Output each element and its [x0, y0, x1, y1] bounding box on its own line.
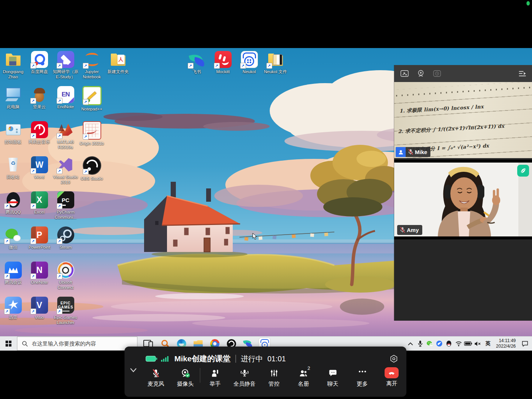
desktop-icon-label: 迅雷: [0, 315, 26, 320]
desktop-icon-steam[interactable]: Steam: [52, 226, 79, 250]
tray-volume-muted-icon[interactable]: [474, 337, 482, 351]
mute-all-icon: [240, 367, 249, 379]
desktop-icon-origin[interactable]: Origin 2021b: [79, 121, 105, 146]
webcam-icon[interactable]: [416, 69, 425, 78]
shortcut-arrow-icon: [30, 63, 36, 69]
desktop-icon-cnki[interactable]: 知网研学（原E-Study）: [52, 51, 79, 80]
desktop-icon-vstudio[interactable]: Visual Studio 2019: [52, 156, 79, 185]
mute-all-button[interactable]: 全员静音: [230, 367, 259, 388]
desktop-icon-cpanel[interactable]: 控制面板: [0, 121, 26, 144]
roster-button[interactable]: 2名册: [289, 367, 318, 388]
nutstore-icon: [31, 86, 48, 103]
thunder-icon: [5, 297, 22, 314]
qq-icon: [5, 191, 22, 208]
desktop-icon-epic[interactable]: EPIC GAMESEpic Games Launcher: [52, 297, 79, 325]
desktop-icon-tmeeting[interactable]: 腾讯会议: [0, 262, 26, 285]
origin-icon: [83, 121, 101, 140]
desktop-icon-netease[interactable]: 网易云音乐: [26, 121, 52, 144]
control-button-label: 更多: [357, 381, 368, 388]
participant-name-chip: Amy: [397, 225, 422, 235]
chat-button[interactable]: 聊天: [318, 367, 348, 388]
desktop-icon-qq[interactable]: 腾讯QQ: [0, 191, 26, 215]
action-center-icon[interactable]: [521, 337, 529, 351]
desktop-icon-label: Visio: [26, 315, 52, 320]
mic-button[interactable]: 麦克风: [141, 367, 171, 388]
taskbar-clock[interactable]: 14:11:49 2022/4/26: [494, 338, 519, 349]
shortcut-arrow-icon: [30, 273, 36, 279]
desktop-icon-thispc[interactable]: 此电脑: [0, 86, 26, 109]
shortcut-arrow-icon: [30, 203, 36, 209]
tray-qq-icon[interactable]: [445, 337, 453, 351]
desktop-icon-neukolfiles[interactable]: Neukol 文件: [262, 51, 289, 74]
steam-icon: [57, 226, 74, 243]
desktop-icon-pycharm[interactable]: PCPyCharm Communi...: [52, 191, 79, 220]
desktop-icon-matlab[interactable]: MATLAB R2019a: [52, 121, 79, 150]
desktop-icon-ppt[interactable]: PPowerPoint: [26, 226, 52, 250]
collapse-bar-icon[interactable]: [129, 368, 137, 374]
desktop-icon-label: OBS Studio: [79, 176, 105, 181]
desktop-icon-label: 控制面板: [0, 139, 26, 144]
ubisoft-icon: [57, 262, 74, 279]
shortcut-arrow-icon: [30, 133, 36, 139]
more-button[interactable]: 更多: [348, 367, 377, 388]
desktop-icon-userfolder[interactable]: Dongqiang Zhao: [0, 51, 26, 80]
panel-empty-area: [394, 239, 532, 321]
desktop-icon-excel[interactable]: XExcel: [26, 191, 52, 215]
chat-icon: [328, 367, 338, 379]
visio-icon: V: [31, 297, 48, 314]
tray-battery-icon[interactable]: [464, 337, 473, 351]
desktop-icon-baidu[interactable]: 百度网盘: [26, 51, 52, 74]
tray-wifi-icon[interactable]: [454, 337, 463, 351]
desktop-icon-mockitt[interactable]: Mockitt: [210, 51, 236, 74]
tray-microphone-icon[interactable]: [416, 337, 424, 351]
control-button-label: 全员静音: [233, 381, 256, 388]
desktop-icon-thunder[interactable]: 迅雷: [0, 297, 26, 320]
desktop-icon-label: 网易云音乐: [26, 139, 52, 144]
leave-button[interactable]: 离开: [377, 367, 406, 387]
icon-glyph: X: [37, 195, 42, 205]
onenote-icon: N: [31, 262, 48, 279]
desktop-icon-visio[interactable]: VVisio: [26, 297, 52, 320]
desktop-icon-label: Word: [26, 174, 52, 180]
desktop-icon-feishu[interactable]: 飞书: [184, 51, 210, 74]
camera-button[interactable]: 摄像头: [171, 367, 200, 388]
desktop-icon-jupyter[interactable]: Jupyter Notebook: [79, 51, 105, 80]
raise-hand-button[interactable]: 举手: [200, 367, 230, 388]
obs-icon: [83, 156, 101, 175]
desktop-icon-pdffolder[interactable]: 人新建文件夹: [105, 51, 131, 74]
userfolder-icon: [5, 51, 22, 68]
settings-gear-icon[interactable]: [389, 354, 398, 365]
desktop-icon-onenote[interactable]: NOneNote: [26, 262, 52, 285]
class-title: Mike创建的课堂: [174, 354, 231, 364]
manage-button[interactable]: 管控: [259, 367, 289, 388]
netease-icon: [31, 121, 48, 138]
taskbar-search-input[interactable]: 在这里输入你要搜索的内容: [17, 337, 137, 351]
shortcut-arrow-icon: [57, 238, 62, 244]
tray-thunder-icon[interactable]: [435, 337, 444, 351]
collapse-panel-icon[interactable]: [518, 69, 527, 78]
thispc-icon: [5, 86, 22, 103]
desktop-icon-endnote[interactable]: ENEndNote: [52, 86, 79, 109]
tray-expand-icon[interactable]: [406, 337, 415, 351]
desktop-icon-recycle[interactable]: 回收站: [0, 156, 26, 180]
desktop-icon-label: 腾讯QQ: [0, 209, 26, 215]
timer-icon: [433, 69, 441, 78]
shortcut-arrow-icon: [57, 168, 62, 174]
desktop-icon-word[interactable]: WWord: [26, 156, 52, 180]
presenter-name-chip: Mike: [396, 147, 430, 157]
desktop-icon-neukol[interactable]: Neukol: [236, 51, 262, 74]
tray-wechat-icon[interactable]: [426, 337, 434, 351]
ime-indicator[interactable]: 英: [483, 340, 493, 347]
start-button[interactable]: [0, 337, 17, 351]
desktop-icon-ubisoft[interactable]: Ubisoft Connect: [52, 262, 79, 290]
share-screen-icon[interactable]: [400, 69, 409, 78]
desktop-icon-nutstore[interactable]: 坚果云: [26, 86, 52, 109]
tmeeting-icon: [5, 262, 22, 279]
excel-icon: X: [31, 191, 48, 208]
desktop-icon-wechat[interactable]: 微信: [0, 226, 26, 250]
search-icon: [22, 341, 28, 347]
system-tray: 英 14:11:49 2022/4/26: [406, 337, 532, 351]
desktop-icon-label: EndNote: [52, 104, 79, 109]
desktop-icon-obs[interactable]: OBS Studio: [79, 156, 105, 181]
desktop-icon-npp[interactable]: Notepad++: [79, 86, 105, 112]
